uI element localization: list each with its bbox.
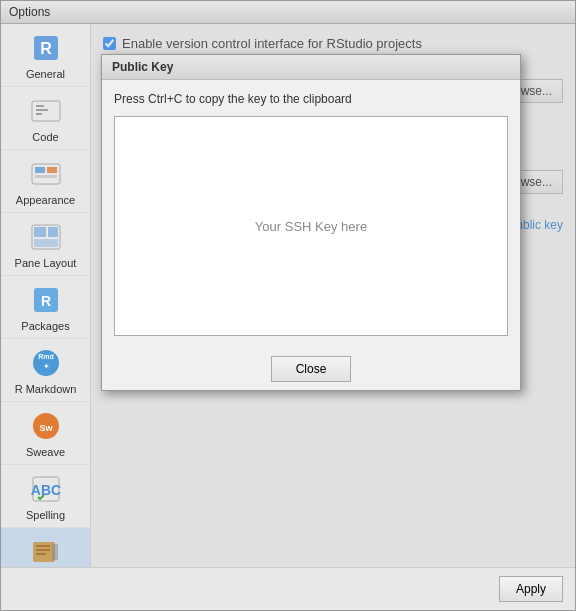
dialog-title: Public Key	[112, 60, 173, 74]
sidebar-item-appearance[interactable]: Appearance	[1, 150, 90, 213]
dialog-footer: Close	[102, 348, 520, 390]
sidebar-item-spelling[interactable]: ABC Spelling	[1, 465, 90, 528]
git-svn-icon	[28, 534, 64, 567]
svg-text:ABC: ABC	[30, 482, 60, 498]
sweave-icon: Sw	[28, 408, 64, 444]
general-icon: R	[28, 30, 64, 66]
packages-icon: R	[28, 282, 64, 318]
svg-rect-24	[36, 545, 50, 547]
svg-rect-11	[34, 227, 46, 237]
svg-rect-7	[35, 167, 45, 173]
sidebar-item-pane-layout[interactable]: Pane Layout	[1, 213, 90, 276]
svg-rect-26	[36, 553, 46, 555]
svg-text:✦: ✦	[42, 362, 49, 371]
bottom-bar: Apply	[1, 567, 575, 610]
appearance-icon	[28, 156, 64, 192]
sidebar-item-code[interactable]: Code	[1, 87, 90, 150]
sidebar-item-pane-layout-label: Pane Layout	[15, 257, 77, 269]
dialog-overlay: Public Key Press Ctrl+C to copy the key …	[91, 24, 575, 567]
sidebar-item-sweave[interactable]: Sw Sweave	[1, 402, 90, 465]
r-markdown-icon: Rmd ✦	[28, 345, 64, 381]
sidebar-item-git-svn[interactable]: Git/SVN	[1, 528, 90, 567]
svg-text:R: R	[40, 293, 50, 309]
svg-text:Rmd: Rmd	[38, 353, 54, 360]
svg-rect-13	[34, 239, 58, 247]
svg-rect-27	[52, 544, 58, 560]
right-panel: Enable version control interface for RSt…	[91, 24, 575, 567]
svg-text:R: R	[40, 40, 52, 57]
sidebar-item-appearance-label: Appearance	[16, 194, 75, 206]
dialog-title-bar: Public Key	[102, 55, 520, 80]
svg-rect-9	[35, 175, 57, 178]
svg-rect-8	[47, 167, 57, 173]
sidebar-item-r-markdown[interactable]: Rmd ✦ R Markdown	[1, 339, 90, 402]
window-title: Options	[9, 5, 50, 19]
svg-text:Sw: Sw	[39, 423, 53, 433]
svg-rect-25	[36, 549, 50, 551]
options-window: Options R General	[0, 0, 576, 611]
dialog-body: Press Ctrl+C to copy the key to the clip…	[102, 80, 520, 348]
main-content: R General Code	[1, 24, 575, 567]
title-bar: Options	[1, 1, 575, 24]
ssh-key-box: Your SSH Key here	[114, 116, 508, 336]
ssh-key-placeholder: Your SSH Key here	[255, 219, 367, 234]
sidebar-item-general[interactable]: R General	[1, 24, 90, 87]
sidebar-item-packages[interactable]: R Packages	[1, 276, 90, 339]
svg-rect-2	[32, 101, 60, 121]
spelling-icon: ABC	[28, 471, 64, 507]
sidebar-item-spelling-label: Spelling	[26, 509, 65, 521]
sidebar-item-sweave-label: Sweave	[26, 446, 65, 458]
apply-button[interactable]: Apply	[499, 576, 563, 602]
sidebar-item-r-markdown-label: R Markdown	[15, 383, 77, 395]
sidebar-item-packages-label: Packages	[21, 320, 69, 332]
public-key-dialog: Public Key Press Ctrl+C to copy the key …	[101, 54, 521, 391]
dialog-instruction: Press Ctrl+C to copy the key to the clip…	[114, 92, 508, 106]
close-button[interactable]: Close	[271, 356, 352, 382]
sidebar-item-general-label: General	[26, 68, 65, 80]
svg-rect-12	[48, 227, 58, 237]
sidebar: R General Code	[1, 24, 91, 567]
code-icon	[28, 93, 64, 129]
pane-layout-icon	[28, 219, 64, 255]
sidebar-item-code-label: Code	[32, 131, 58, 143]
